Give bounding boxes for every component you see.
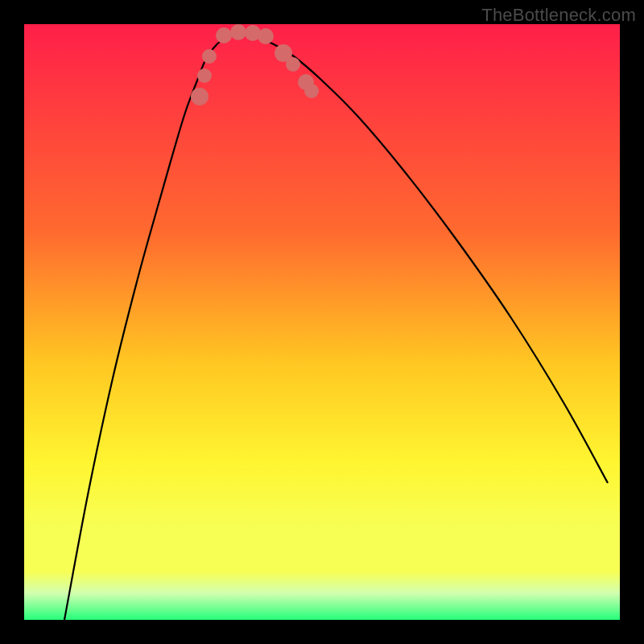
highlight-dot — [304, 84, 319, 98]
highlight-dot — [258, 28, 274, 44]
highlight-dot — [197, 68, 212, 83]
watermark-text: TheBottleneck.com — [481, 5, 636, 26]
v-curve — [64, 32, 608, 620]
highlight-dot — [216, 27, 232, 43]
curve-svg — [24, 24, 620, 620]
highlight-dot — [230, 24, 246, 40]
highlight-dot — [286, 57, 300, 72]
highlight-dot — [191, 88, 208, 105]
highlight-dot — [202, 49, 217, 64]
plot-area — [24, 24, 620, 620]
highlight-dots — [191, 24, 319, 105]
chart-frame: TheBottleneck.com — [0, 0, 644, 644]
